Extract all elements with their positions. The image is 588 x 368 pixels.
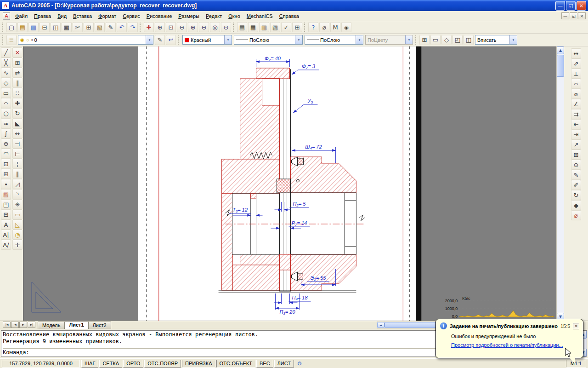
mechanics-dimension-icon[interactable]: ⌀ (571, 210, 581, 220)
zoom-all-icon[interactable]: ◎ (210, 22, 220, 32)
dimension-edit-icon[interactable]: ✎ (571, 170, 581, 180)
match-properties-icon[interactable]: ✎ (106, 22, 116, 32)
toolbar-grip[interactable] (2, 35, 5, 45)
zoom-window-icon[interactable]: ⊡ (166, 22, 176, 32)
tab-layout2[interactable]: Лист2 (88, 322, 111, 329)
construction-line-icon[interactable]: ╳ (1, 58, 11, 68)
chevron-down-icon[interactable]: ▼ (224, 35, 232, 44)
lineweight-toggle[interactable]: ВЕС (256, 360, 273, 368)
diameter-dimension-icon[interactable]: ⌀ (571, 89, 581, 99)
cut-icon[interactable]: ✂ (73, 22, 83, 32)
continue-dimension-icon[interactable]: ⇥ (571, 129, 581, 139)
ruler-icon[interactable]: ▭ (12, 209, 23, 219)
aligned-dimension-icon[interactable]: ⇗ (571, 58, 581, 69)
scroll-up-icon[interactable]: ▲ (557, 46, 564, 54)
convert-object-to-viewport-icon[interactable]: ◰ (452, 35, 463, 45)
spline-icon[interactable]: ∫ (1, 128, 11, 138)
explode-icon[interactable]: ✳ (12, 199, 23, 209)
polygonal-viewport-icon[interactable]: ◇ (441, 35, 452, 45)
viewport-scale-combo[interactable]: Вписать ▼ (475, 35, 517, 45)
paste-icon[interactable]: ▧ (95, 22, 105, 32)
table-icon[interactable]: ⊟ (1, 209, 11, 219)
ordinate-dimension-icon[interactable]: ⊥ (571, 69, 581, 79)
copy-icon[interactable]: ⊞ (84, 22, 94, 32)
tab-model[interactable]: Модель (38, 322, 65, 329)
tab-scroll-right-button[interactable]: ► (19, 322, 27, 328)
trim-icon[interactable]: ⊣ (12, 138, 23, 149)
grid-toggle[interactable]: СЕТКА (99, 360, 122, 368)
break-icon[interactable]: ‖ (12, 169, 23, 179)
tab-layout1[interactable]: Лист1 (64, 321, 88, 329)
toolbar-grip[interactable] (178, 35, 180, 45)
id-point-icon[interactable]: ✛ (12, 240, 23, 250)
coordinates-readout[interactable]: 157.7829, 120.7939, 0.0000 (2, 360, 80, 368)
circle-icon[interactable]: ○ (1, 108, 11, 118)
menu-item-help[interactable]: Справка (276, 12, 302, 20)
dimension-text-edit-icon[interactable]: ✐ (571, 180, 581, 190)
zoom-realtime-icon[interactable]: ⊕ (155, 22, 165, 32)
mirror-icon[interactable]: ⇄ (12, 68, 23, 78)
tab-scroll-left-button[interactable]: ◄ (11, 322, 19, 328)
menu-item-file[interactable]: Файл (12, 12, 31, 20)
mechanics-options-icon[interactable]: ⌀ (319, 22, 329, 32)
object-snap-tracking-toggle[interactable]: ОТС-ОБЪЕКТ (216, 360, 255, 368)
scroll-left-icon[interactable]: ◄ (377, 322, 384, 328)
ellipse-arc-icon[interactable]: ◠ (1, 149, 11, 159)
quick-dimension-icon[interactable]: ⇉ (571, 109, 581, 119)
array-icon[interactable]: ∷ (12, 88, 23, 98)
menu-item-insert[interactable]: Вставка (70, 12, 95, 20)
properties-palette-icon[interactable]: ▤ (237, 22, 247, 32)
break-at-point-icon[interactable]: ¦ (12, 159, 23, 169)
ellipse-icon[interactable]: ⊖ (1, 138, 11, 149)
drawing-area[interactable]: Ф2= 40 Ф7= 3 У5 Ш4= 72 П2= 5 Т3= 12 Р7= … (23, 46, 556, 321)
text-style-icon[interactable]: A∕ (1, 240, 11, 250)
qnew-icon[interactable]: ▢ (6, 22, 17, 32)
menu-item-mechanics[interactable]: MechaniCS (243, 12, 276, 20)
zoom-previous-icon[interactable]: ⊖ (177, 22, 187, 32)
scale-icon[interactable]: ◣ (12, 118, 23, 128)
make-object-layer-current-icon[interactable]: ✎ (155, 35, 165, 45)
menu-item-draw[interactable]: Рисование (143, 12, 175, 20)
vertical-scroll-thumb[interactable] (557, 55, 564, 77)
menu-item-window[interactable]: Окно (225, 12, 243, 20)
fillet-icon[interactable]: ◝ (12, 189, 23, 199)
line-icon[interactable]: ╱ (1, 47, 11, 58)
vertical-scrollbar[interactable]: ▲ ▼ (556, 46, 564, 321)
rectangle-icon[interactable]: ▭ (1, 88, 11, 98)
mechanics-tools-icon[interactable]: ◈ (341, 22, 351, 32)
plot-icon[interactable]: ⊟ (40, 22, 50, 32)
clip-viewport-icon[interactable]: ◫ (464, 35, 474, 45)
revision-cloud-icon[interactable]: ≈ (1, 118, 11, 128)
layer-combo[interactable]: ◉ ☼ ▪ 0 ▼ (18, 35, 153, 45)
osnap-toggle[interactable]: ПРИВЯЗКА (182, 360, 215, 368)
tab-scroll-first-button[interactable]: |◄ (3, 322, 11, 328)
minimize-button[interactable]: — (555, 1, 565, 11)
erase-icon[interactable]: ✕ (12, 47, 23, 58)
viewports-dialog-icon[interactable]: ⊞ (419, 35, 430, 45)
menu-item-modify[interactable]: Редакт (203, 12, 225, 20)
polyline-icon[interactable]: ∿ (1, 68, 11, 78)
zoom-in-icon[interactable]: ⊕ (188, 22, 198, 32)
center-mark-icon[interactable]: ⊙ (571, 160, 581, 170)
single-line-text-icon[interactable]: A| (1, 230, 11, 240)
move-icon[interactable]: ✚ (12, 98, 23, 108)
publish-icon[interactable]: ▩ (62, 22, 72, 32)
arc-icon[interactable]: ⌒ (1, 98, 11, 108)
chevron-down-icon[interactable]: ▼ (295, 35, 302, 44)
tolerance-icon[interactable]: ⊞ (571, 150, 581, 160)
hatch-icon[interactable]: ▨ (1, 189, 11, 199)
protractor-icon[interactable]: ◔ (12, 230, 23, 240)
undo-icon[interactable]: ↶ (117, 22, 127, 32)
angular-dimension-icon[interactable]: ∠ (571, 99, 581, 109)
restore-button[interactable]: ◱ (566, 1, 576, 11)
color-combo[interactable]: Красный ▼ (182, 35, 232, 45)
ortho-toggle[interactable]: ОРТО (123, 360, 143, 368)
layer-previous-icon[interactable]: ↩ (166, 35, 176, 45)
open-icon[interactable]: ▤ (17, 22, 28, 32)
paper-space-toggle[interactable]: ЛИСТ (274, 360, 294, 368)
close-button[interactable]: × (577, 1, 586, 11)
baseline-dimension-icon[interactable]: ⇤ (571, 119, 581, 129)
make-block-icon[interactable]: ⊞ (1, 169, 11, 179)
doc-restore-button[interactable]: ◱ (570, 12, 577, 19)
menu-item-format[interactable]: Формат (95, 12, 119, 20)
